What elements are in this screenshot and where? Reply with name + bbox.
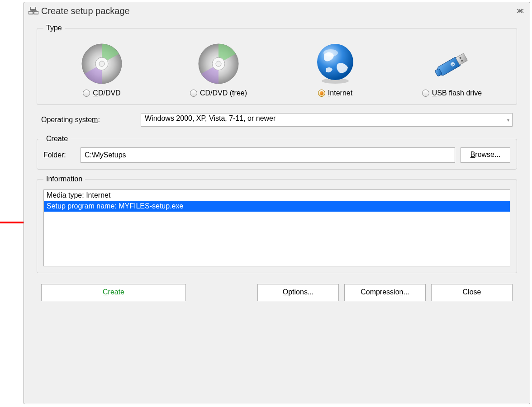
svg-point-14 — [216, 61, 221, 66]
cd-icon — [196, 41, 241, 86]
type-option-0[interactable]: CD/DVD — [52, 41, 152, 97]
information-line[interactable]: Setup program name: MYFILES-setup.exe — [44, 201, 510, 212]
window-close-button[interactable] — [515, 7, 525, 15]
svg-rect-2 — [30, 7, 36, 9]
type-option-label: Internet — [328, 89, 352, 97]
os-label: Operating system: — [41, 116, 141, 124]
usb-icon: ⇔ — [429, 41, 475, 86]
titlebar: Create setup package — [24, 2, 530, 18]
radio-button[interactable] — [190, 90, 197, 97]
close-icon — [516, 8, 524, 14]
type-legend: Type — [43, 24, 65, 32]
information-group: Information Media type: InternetSetup pr… — [37, 175, 517, 273]
os-select-value: Windows 2000, XP, Vista, 7-11, or newer — [145, 114, 276, 122]
create-button[interactable]: Create — [41, 284, 186, 301]
radio-button[interactable] — [422, 90, 429, 97]
radio-button[interactable] — [83, 90, 90, 97]
information-legend: Information — [43, 175, 85, 183]
svg-point-17 — [323, 49, 338, 57]
window-title: Create setup package — [41, 6, 130, 16]
folder-label: Folder: — [43, 151, 75, 159]
browse-button[interactable]: Browse... — [461, 147, 510, 163]
cd-icon — [79, 41, 124, 86]
type-option-label: CD/DVD — [93, 89, 120, 97]
options-button[interactable]: Options... — [257, 284, 339, 301]
os-select[interactable]: Windows 2000, XP, Vista, 7-11, or newer … — [141, 113, 513, 127]
type-option-3[interactable]: ⇔ USB flash drive — [402, 41, 502, 97]
globe-icon — [313, 41, 358, 86]
type-option-label: USB flash drive — [432, 89, 482, 97]
type-group: Type CD/DVD — [37, 24, 517, 105]
button-row: Create Options... Compression... Close — [37, 279, 517, 301]
information-line[interactable]: Media type: Internet — [44, 190, 510, 201]
type-option-2[interactable]: Internet — [285, 41, 385, 97]
create-group: Create Folder: Browse... — [37, 135, 517, 170]
information-list[interactable]: Media type: InternetSetup program name: … — [43, 189, 510, 266]
svg-rect-4 — [34, 11, 38, 14]
compression-button[interactable]: Compression... — [344, 284, 426, 301]
window-icon — [28, 7, 38, 15]
chevron-down-icon: ▾ — [507, 118, 509, 123]
os-row: Operating system: Windows 2000, XP, Vist… — [41, 113, 513, 127]
type-option-label: CD/DVD (tree) — [200, 89, 247, 97]
dialog-window: Create setup package Type — [24, 2, 530, 404]
svg-rect-3 — [28, 11, 33, 14]
create-legend: Create — [43, 135, 71, 143]
radio-button[interactable] — [318, 90, 325, 97]
svg-point-16 — [317, 44, 353, 80]
folder-input[interactable] — [81, 147, 455, 163]
type-option-1[interactable]: CD/DVD (tree) — [169, 41, 268, 97]
svg-point-11 — [99, 61, 104, 66]
close-button[interactable]: Close — [431, 284, 513, 301]
